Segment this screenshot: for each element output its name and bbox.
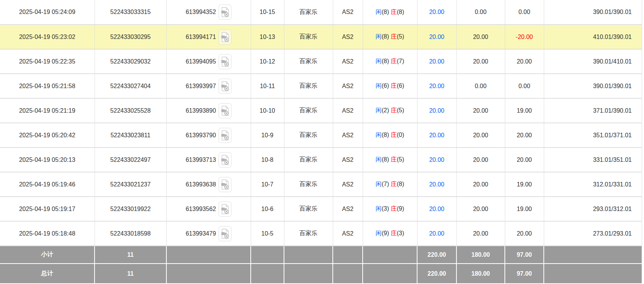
game-type: 百家乐 <box>284 98 333 123</box>
table-row[interactable]: 2025-04-19 05:21:58 522433027404 6139939… <box>0 74 642 98</box>
table-name: AS2 <box>333 98 363 123</box>
bet-id: 522433030295 <box>95 25 166 49</box>
balance: 273.01/293.01 <box>544 221 642 246</box>
win-loss: 0.00 <box>505 0 544 25</box>
balance: 351.01/371.01 <box>544 123 642 147</box>
player-label: 闲 <box>376 9 382 15</box>
video-replay-button[interactable] <box>219 54 231 69</box>
banker-label: 庄 <box>391 107 397 113</box>
player-points: (8) <box>382 156 389 163</box>
banker-label: 庄 <box>391 58 397 64</box>
game-no: 613994171 <box>186 34 216 40</box>
video-replay-icon <box>220 179 230 190</box>
banker-label: 庄 <box>391 33 397 40</box>
bet-amount: 20.00 <box>417 25 456 49</box>
table-row[interactable]: 2025-04-19 05:23:02 522433030295 6139941… <box>0 25 642 49</box>
video-replay-icon <box>220 56 230 67</box>
game-no: 613993479 <box>186 230 216 237</box>
win-loss: 20.00 <box>505 123 544 147</box>
valid-amount: 20.00 <box>456 197 505 221</box>
player-label: 闲 <box>376 33 382 40</box>
valid-amount: 20.00 <box>456 98 505 123</box>
table-row[interactable]: 2025-04-19 05:22:35 522433029032 6139940… <box>0 49 642 74</box>
game-no: 613993713 <box>186 157 216 163</box>
game-no-cell: 613993997 <box>166 74 251 98</box>
table-name: AS2 <box>333 172 363 197</box>
video-replay-icon <box>220 81 230 92</box>
result-cell: 闲(6) 庄(6) <box>363 74 417 98</box>
banker-points: (7) <box>397 58 404 64</box>
bet-amount: 20.00 <box>417 123 456 147</box>
summary-empty-cell <box>166 246 251 264</box>
records-tbody: 2025-04-19 05:24:09 522433033315 6139943… <box>0 0 642 283</box>
player-label: 闲 <box>376 107 382 113</box>
shoe-round: 10-5 <box>251 221 284 246</box>
game-type: 百家乐 <box>284 221 333 246</box>
table-name: AS2 <box>333 221 363 246</box>
banker-points: (0) <box>397 132 404 138</box>
table-row[interactable]: 2025-04-19 05:20:42 522433023811 6139937… <box>0 123 642 147</box>
bet-time: 2025-04-19 05:18:48 <box>0 221 95 246</box>
game-type: 百家乐 <box>284 147 333 172</box>
table-row[interactable]: 2025-04-19 05:20:13 522433022497 6139937… <box>0 147 642 172</box>
table-row[interactable]: 2025-04-19 05:19:46 522433021237 6139936… <box>0 172 642 197</box>
balance: 371.01/390.01 <box>544 98 642 123</box>
game-type: 百家乐 <box>284 197 333 221</box>
summary-label: 总计 <box>0 264 95 283</box>
valid-amount: 20.00 <box>456 172 505 197</box>
video-replay-button[interactable] <box>219 177 231 192</box>
balance: 293.01/312.01 <box>544 197 642 221</box>
bet-time: 2025-04-19 05:23:02 <box>0 25 95 49</box>
win-loss: 20.00 <box>505 221 544 246</box>
video-replay-button[interactable] <box>219 128 231 143</box>
balance: 390.01/410.01 <box>544 49 642 74</box>
video-replay-button[interactable] <box>219 79 231 94</box>
summary-empty-cell <box>333 264 363 283</box>
player-label: 闲 <box>376 156 382 163</box>
player-points: (7) <box>382 181 389 187</box>
game-no-cell: 613994352 <box>166 0 251 25</box>
game-no-cell: 613993562 <box>166 197 251 221</box>
video-replay-icon <box>220 204 230 214</box>
bet-amount: 20.00 <box>417 221 456 246</box>
video-replay-icon <box>220 106 230 116</box>
result-cell: 闲(8) 庄(5) <box>363 25 417 49</box>
summary-bet-total: 220.00 <box>417 246 456 264</box>
bet-id: 522433027404 <box>95 74 166 98</box>
table-row[interactable]: 2025-04-19 05:19:17 522433019922 6139935… <box>0 197 642 221</box>
game-no: 613994095 <box>186 58 216 65</box>
table-name: AS2 <box>333 25 363 49</box>
player-label: 闲 <box>376 205 382 212</box>
summary-valid-total: 180.00 <box>456 246 505 264</box>
summary-empty-cell <box>363 264 417 283</box>
player-points: (2) <box>382 107 389 113</box>
result-cell: 闲(8) 庄(0) <box>363 123 417 147</box>
shoe-round: 10-12 <box>251 49 284 74</box>
summary-bet-total: 220.00 <box>417 264 456 283</box>
summary-count: 11 <box>95 246 166 264</box>
video-replay-button[interactable] <box>219 29 231 45</box>
game-no: 613993790 <box>186 132 216 139</box>
video-replay-button[interactable] <box>219 5 231 20</box>
game-no: 613993997 <box>186 83 216 90</box>
shoe-round: 10-11 <box>251 74 284 98</box>
video-replay-button[interactable] <box>219 202 231 217</box>
table-row[interactable]: 2025-04-19 05:21:19 522433025528 6139938… <box>0 98 642 123</box>
table-row[interactable]: 2025-04-19 05:24:09 522433033315 6139943… <box>0 0 642 25</box>
video-replay-button[interactable] <box>219 103 231 118</box>
result-cell: 闲(3) 庄(9) <box>363 197 417 221</box>
video-replay-button[interactable] <box>219 152 231 168</box>
shoe-round: 10-10 <box>251 98 284 123</box>
bet-id: 522433021237 <box>95 172 166 197</box>
summary-empty-cell <box>544 264 642 283</box>
summary-valid-total: 180.00 <box>456 264 505 283</box>
table-row[interactable]: 2025-04-19 05:18:48 522433018598 6139934… <box>0 221 642 246</box>
player-label: 闲 <box>376 230 382 236</box>
bet-amount: 20.00 <box>417 74 456 98</box>
bet-amount: 20.00 <box>417 197 456 221</box>
video-replay-button[interactable] <box>219 226 231 241</box>
summary-empty-cell <box>363 246 417 264</box>
banker-points: (5) <box>397 107 404 113</box>
table-name: AS2 <box>333 147 363 172</box>
balance: 390.01/390.01 <box>544 74 642 98</box>
